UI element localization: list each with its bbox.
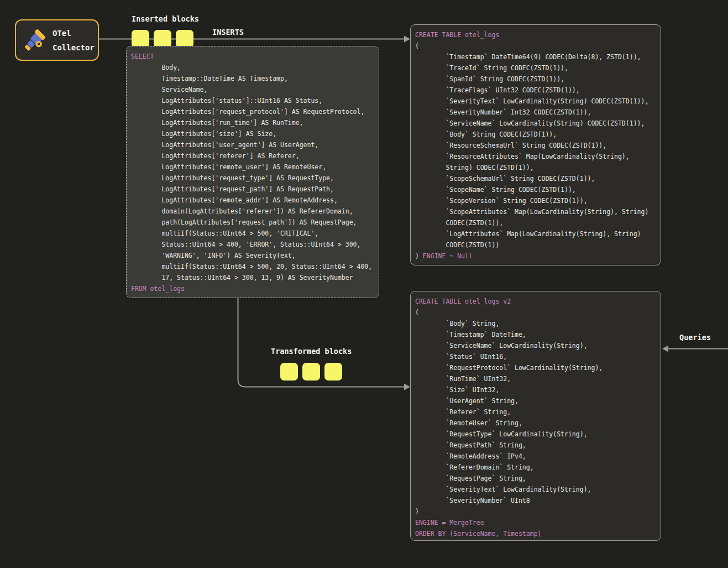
code-line: LogAttributes['request_type'] AS Request… bbox=[131, 173, 374, 184]
code-line: `LogAttributes` Map(LowCardinality(Strin… bbox=[415, 228, 656, 239]
otel-logs-table-box: CREATE TABLE otel_logs( `Timestamp` Date… bbox=[410, 24, 661, 265]
otel-collector-node: OTel Collector bbox=[15, 19, 99, 61]
otel-collector-label: OTel Collector bbox=[53, 26, 95, 55]
inserted-block bbox=[132, 30, 149, 48]
code-line: `SpanId` String CODEC(ZSTD(1)), bbox=[415, 74, 656, 85]
inserted-blocks-label: Inserted blocks bbox=[132, 14, 199, 23]
code-line: ) ENGINE = Null bbox=[415, 251, 656, 262]
code-line: ( bbox=[415, 40, 656, 51]
code-line: LogAttributes['referer'] AS Referer, bbox=[131, 150, 374, 161]
transformed-blocks-label: Transformed blocks bbox=[271, 347, 352, 356]
inserted-blocks-row bbox=[132, 30, 193, 48]
code-line: `RequestPath` String, bbox=[415, 440, 656, 451]
otel-label-line1: OTel bbox=[53, 26, 95, 40]
inserts-label: INSERTS bbox=[212, 28, 244, 37]
code-line: `TraceFlags` UInt32 CODEC(ZSTD(1)), bbox=[415, 85, 656, 96]
code-line: String) CODEC(ZSTD(1)), bbox=[415, 162, 656, 173]
transformed-block bbox=[280, 363, 298, 381]
code-line: Body, bbox=[131, 62, 374, 73]
code-line: `SeverityText` LowCardinality(String) CO… bbox=[415, 96, 656, 107]
code-line: `ScopeSchemaUrl` String CODEC(ZSTD(1)), bbox=[415, 173, 656, 184]
code-line: 17, Status::UInt64 > 300, 13, 9) AS Seve… bbox=[131, 272, 374, 283]
inserted-block bbox=[154, 30, 171, 48]
code-line: LogAttributes['remote_addr'] AS RemoteAd… bbox=[131, 195, 374, 206]
inserted-block bbox=[176, 30, 193, 48]
code-line: ORDER BY (ServiceName, Timestamp) bbox=[415, 528, 656, 539]
code-line: `RefererDomain` String, bbox=[415, 462, 656, 473]
code-line: LogAttributes['user_agent'] AS UserAgent… bbox=[131, 139, 374, 150]
code-line: Status::UInt64 > 400, 'ERROR', Status::U… bbox=[131, 239, 374, 250]
code-line: `ScopeName` String CODEC(ZSTD(1)), bbox=[415, 184, 656, 195]
code-line: path(LogAttributes['request_path']) AS R… bbox=[131, 217, 374, 228]
diagram-canvas: OTel Collector Inserted blocks INSERTS S… bbox=[0, 0, 728, 568]
code-line: domain(LogAttributes['referer']) AS Refe… bbox=[131, 206, 374, 217]
code-line: LogAttributes['request_protocol'] AS Req… bbox=[131, 106, 374, 117]
code-line: `Status` UInt16, bbox=[415, 351, 656, 362]
transformed-block bbox=[324, 363, 342, 381]
code-line: CREATE TABLE otel_logs bbox=[415, 29, 656, 40]
telescope-icon bbox=[21, 27, 48, 54]
code-line: `TraceId` String CODEC(ZSTD(1)), bbox=[415, 62, 656, 74]
code-line: `SeverityNumber` Int32 CODEC(ZSTD(1)), bbox=[415, 107, 656, 118]
code-line: multiIf(Status::UInt64 > 500, 'CRITICAL'… bbox=[131, 228, 374, 239]
transformed-block bbox=[302, 363, 320, 381]
code-line: CREATE TABLE otel_logs_v2 bbox=[415, 296, 656, 307]
code-line: `RemoteAddress` IPv4, bbox=[415, 451, 656, 462]
code-line: `RequestType` LowCardinality(String), bbox=[415, 429, 656, 440]
code-line: `SeverityNumber` UInt8 bbox=[415, 495, 656, 506]
code-line: `Referer` String, bbox=[415, 407, 656, 418]
code-line: LogAttributes['remote_user'] AS RemoteUs… bbox=[131, 161, 374, 173]
code-line: `ResourceSchemaUrl` String CODEC(ZSTD(1)… bbox=[415, 140, 656, 151]
code-line: ( bbox=[415, 307, 656, 318]
code-line: multiIf(Status::UInt64 > 500, 20, Status… bbox=[131, 261, 374, 272]
code-line: `Body` String, bbox=[415, 318, 656, 329]
code-line: LogAttributes['size'] AS Size, bbox=[131, 128, 374, 139]
code-line: `ScopeVersion` String CODEC(ZSTD(1)), bbox=[415, 195, 656, 206]
code-line: `Body` String CODEC(ZSTD(1)), bbox=[415, 129, 656, 140]
inserts-arrowhead bbox=[404, 36, 410, 43]
code-line: LogAttributes['request_path'] AS Request… bbox=[131, 184, 374, 195]
queries-label: Queries bbox=[679, 333, 711, 342]
code-line: `ServiceName` LowCardinality(String), bbox=[415, 340, 656, 351]
code-line: ENGINE = MergeTree bbox=[415, 517, 656, 528]
code-line: LogAttributes['status']::UInt16 AS Statu… bbox=[131, 95, 374, 106]
code-line: FROM otel_logs bbox=[131, 283, 374, 294]
code-line: CODEC(ZSTD(1)), bbox=[415, 217, 656, 228]
code-line: LogAttributes['run_time'] AS RunTime, bbox=[131, 117, 374, 128]
code-line: 'WARNING', 'INFO') AS SeverityText, bbox=[131, 250, 374, 261]
transform-arrowhead bbox=[404, 384, 410, 390]
code-line: `UserAgent` String, bbox=[415, 395, 656, 407]
code-line: `ServiceName` LowCardinality(String) COD… bbox=[415, 118, 656, 129]
code-line: `ResourceAttributes` Map(LowCardinality(… bbox=[415, 151, 656, 162]
transformed-blocks-row bbox=[280, 363, 342, 381]
code-line: `RequestPage` String, bbox=[415, 473, 656, 484]
code-line: `RemoteUser` String, bbox=[415, 418, 656, 429]
code-line: Timestamp::DateTime AS Timestamp, bbox=[131, 73, 374, 84]
code-line: SELECT bbox=[131, 51, 374, 62]
code-line: `ScopeAttributes` Map(LowCardinality(Str… bbox=[415, 206, 656, 217]
code-line: `RequestProtocol` LowCardinality(String)… bbox=[415, 362, 656, 373]
code-line: `Timestamp` DateTime, bbox=[415, 329, 656, 340]
otel-label-line2: Collector bbox=[53, 40, 95, 55]
code-line: `Size` UInt32, bbox=[415, 384, 656, 395]
select-query-box: SELECT Body, Timestamp::DateTime AS Time… bbox=[126, 46, 379, 298]
code-line: CODEC(ZSTD(1)) bbox=[415, 239, 656, 251]
otel-logs-v2-table-box: CREATE TABLE otel_logs_v2( `Body` String… bbox=[410, 291, 661, 541]
code-line: `SeverityText` LowCardinality(String), bbox=[415, 484, 656, 495]
code-line: ) bbox=[415, 506, 656, 517]
code-line: ServiceName, bbox=[131, 84, 374, 95]
code-line: `RunTime` UInt32, bbox=[415, 373, 656, 384]
queries-arrowhead bbox=[662, 346, 668, 352]
code-line: `Timestamp` DateTime64(9) CODEC(Delta(8)… bbox=[415, 51, 656, 62]
